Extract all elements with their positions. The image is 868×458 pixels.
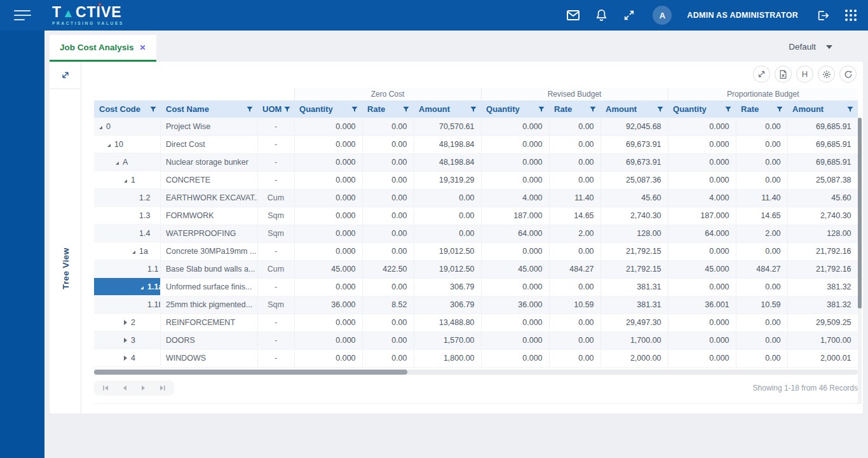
uom-cell[interactable]: -	[257, 349, 294, 367]
value-cell[interactable]: 19,012.50	[414, 242, 481, 260]
value-cell[interactable]: 10.59	[736, 296, 787, 314]
value-cell[interactable]: 0.00	[362, 118, 414, 135]
value-cell[interactable]: 0.00	[362, 314, 414, 331]
cost-name-cell[interactable]: FORMWORK	[161, 207, 257, 225]
filter-funnel-icon[interactable]	[351, 106, 358, 113]
cost-code-cell[interactable]: 1.3	[94, 207, 161, 225]
filter-funnel-icon[interactable]	[150, 106, 156, 113]
value-cell[interactable]: 11.40	[736, 189, 787, 207]
value-cell[interactable]: 306.79	[414, 296, 481, 314]
value-cell[interactable]: 0.000	[294, 118, 362, 135]
value-cell[interactable]: 1,800.00	[414, 349, 481, 367]
value-cell[interactable]: 381.31	[600, 278, 668, 296]
collapse-node-icon[interactable]	[140, 286, 144, 289]
value-cell[interactable]: 0.000	[294, 153, 362, 171]
value-cell[interactable]: 36.000	[481, 296, 549, 314]
cost-name-cell[interactable]: WATERPROOFING	[161, 225, 257, 242]
cost-code-cell[interactable]: 1	[94, 171, 161, 189]
value-cell[interactable]: 0.00	[549, 242, 600, 260]
value-cell[interactable]: 187.000	[668, 207, 736, 225]
value-cell[interactable]: 0.00	[736, 118, 787, 135]
value-cell[interactable]: 45.000	[668, 260, 736, 278]
uom-cell[interactable]: Sqm	[257, 207, 294, 225]
value-cell[interactable]: 10.59	[549, 296, 600, 314]
cost-name-cell[interactable]: WINDOWS	[161, 349, 257, 367]
cost-code-cell[interactable]: 1.1b	[94, 296, 161, 314]
value-cell[interactable]: 25,087.36	[600, 171, 668, 189]
value-cell[interactable]: 128.00	[600, 225, 668, 242]
refresh-icon[interactable]	[839, 66, 857, 83]
value-cell[interactable]: 0.00	[549, 118, 600, 135]
cost-name-cell[interactable]: Unformed surface finis...	[161, 278, 257, 296]
value-cell[interactable]: 36.001	[668, 296, 736, 314]
table-row[interactable]: 1.2EARTHWORK EXCAVAT...Cum0.0000.000.004…	[94, 189, 858, 207]
value-cell[interactable]: 0.00	[736, 153, 787, 171]
value-cell[interactable]: 0.000	[668, 242, 736, 260]
value-cell[interactable]: 0.00	[414, 189, 481, 207]
value-cell[interactable]: 69,685.91	[787, 118, 858, 135]
value-cell[interactable]: 0.000	[294, 242, 362, 260]
table-row[interactable]: ANuclear storage bunker-0.0000.0048,198.…	[94, 153, 858, 171]
value-cell[interactable]: 0.00	[549, 278, 600, 296]
value-cell[interactable]: 69,673.91	[600, 135, 668, 153]
value-cell[interactable]: 25,087.38	[787, 171, 858, 189]
vertical-scrollbar[interactable]	[858, 118, 862, 404]
table-row[interactable]: 1.4WATERPROOFINGSqm0.0000.000.0064.0002.…	[94, 225, 858, 242]
value-cell[interactable]: 2.00	[736, 225, 787, 242]
settings-gear-icon[interactable]	[818, 66, 835, 83]
value-cell[interactable]: 1,570.00	[414, 331, 481, 349]
value-cell[interactable]: 0.00	[549, 171, 600, 189]
value-cell[interactable]: 0.00	[736, 331, 787, 349]
fullscreen-icon[interactable]	[622, 8, 636, 22]
cost-code-cell[interactable]: 0	[94, 118, 161, 135]
table-row[interactable]: 1.1b25mm thick pigmented...Sqm36.0008.52…	[94, 296, 858, 314]
filter-funnel-icon[interactable]	[776, 106, 783, 113]
uom-cell[interactable]: -	[257, 171, 294, 189]
value-cell[interactable]: 0.00	[414, 225, 481, 242]
cost-code-cell[interactable]: A	[94, 153, 161, 171]
table-row[interactable]: 3DOORS-0.0000.001,570.000.0000.001,700.0…	[94, 331, 858, 349]
table-row[interactable]: 1.1Base Slab bund walls a...Cum45.000422…	[94, 260, 858, 278]
value-cell[interactable]: 0.00	[549, 331, 600, 349]
value-cell[interactable]: 0.000	[294, 278, 362, 296]
value-cell[interactable]: 48,198.84	[414, 153, 481, 171]
filter-funnel-icon[interactable]	[470, 106, 477, 113]
tab-job-cost-analysis[interactable]: Job Cost Analysis ✕	[50, 35, 156, 62]
value-cell[interactable]: 64.000	[481, 225, 549, 242]
filter-funnel-icon[interactable]	[403, 106, 409, 113]
uom-cell[interactable]: Sqm	[257, 225, 294, 242]
column-header[interactable]: Amount	[600, 101, 668, 118]
column-header[interactable]: Cost Code	[94, 101, 161, 118]
value-cell[interactable]: 0.00	[736, 314, 787, 331]
value-cell[interactable]: 69,685.91	[787, 153, 858, 171]
uom-cell[interactable]: -	[257, 153, 294, 171]
table-row[interactable]: 1.1aUnformed surface finis...-0.0000.003…	[94, 278, 858, 296]
value-cell[interactable]: 1,700.00	[600, 331, 668, 349]
collapse-node-icon[interactable]	[132, 251, 135, 254]
vertical-scrollbar-handle[interactable]	[858, 118, 862, 309]
value-cell[interactable]: 484.27	[736, 260, 787, 278]
value-cell[interactable]: 381.32	[787, 278, 858, 296]
avatar[interactable]: A	[653, 6, 672, 25]
value-cell[interactable]: 45.000	[294, 260, 362, 278]
next-page-button[interactable]	[140, 384, 147, 392]
value-cell[interactable]: 381.32	[787, 296, 858, 314]
value-cell[interactable]: 69,673.91	[600, 153, 668, 171]
table-row[interactable]: 1CONCRETE-0.0000.0019,319.290.0000.0025,…	[94, 171, 858, 189]
value-cell[interactable]: 21,792.15	[600, 242, 668, 260]
value-cell[interactable]: 0.00	[414, 207, 481, 225]
apps-grid-icon[interactable]	[844, 8, 858, 22]
cost-code-cell[interactable]: 2	[94, 314, 161, 331]
value-cell[interactable]: 0.000	[294, 135, 362, 153]
value-cell[interactable]: 13,488.80	[414, 314, 481, 331]
filter-funnel-icon[interactable]	[590, 106, 596, 113]
uom-cell[interactable]: -	[257, 278, 294, 296]
value-cell[interactable]: 0.000	[294, 171, 362, 189]
filter-funnel-icon[interactable]	[538, 106, 545, 113]
value-cell[interactable]: 0.000	[481, 314, 549, 331]
tab-close-icon[interactable]: ✕	[140, 43, 146, 52]
value-cell[interactable]: 0.00	[736, 135, 787, 153]
value-cell[interactable]: 0.00	[736, 278, 787, 296]
cost-name-cell[interactable]: DOORS	[161, 331, 257, 349]
value-cell[interactable]: 29,497.30	[600, 314, 668, 331]
